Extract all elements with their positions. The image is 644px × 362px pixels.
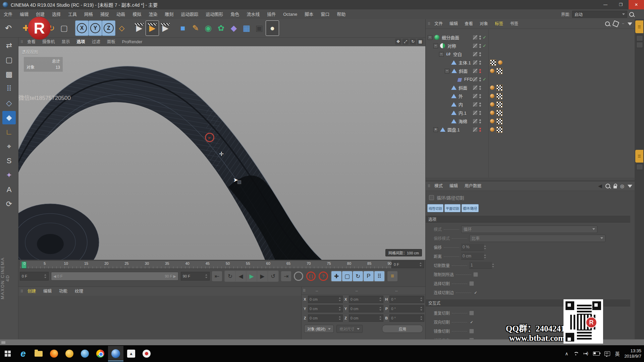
- search-icon[interactable]: [629, 12, 634, 17]
- collapse-icon[interactable]: −: [445, 69, 449, 73]
- points-mode-icon[interactable]: ⠿: [2, 82, 16, 96]
- menu-运动跟踪[interactable]: 运动跟踪: [177, 9, 202, 19]
- material-tag-icon[interactable]: [490, 111, 494, 115]
- texture-tag-icon[interactable]: [496, 85, 502, 91]
- history-back-icon[interactable]: ◀: [598, 183, 602, 189]
- object-row-对称[interactable]: −对称✓: [426, 42, 635, 50]
- object-row-细分曲面[interactable]: −细分曲面✓: [426, 33, 635, 42]
- spinner-icon[interactable]: [420, 307, 423, 311]
- enabled-check-icon[interactable]: ✓: [483, 77, 487, 82]
- minimize-panel-icon[interactable]: −: [622, 21, 624, 26]
- texture-tag-icon[interactable]: [496, 110, 502, 116]
- enabled-check-icon[interactable]: ✓: [483, 35, 487, 40]
- lock-x-axis-icon[interactable]: X: [75, 20, 89, 36]
- autokey-pla-button[interactable]: ⠿: [374, 271, 384, 281]
- texture-tag-icon[interactable]: [496, 118, 502, 124]
- layer-box-icon[interactable]: [473, 85, 478, 90]
- maximize-button[interactable]: ❐: [613, 0, 629, 9]
- object-row-内.1[interactable]: 内.1: [426, 109, 635, 117]
- object-toggles[interactable]: [473, 102, 487, 107]
- lock-y-axis-icon[interactable]: Y: [89, 20, 102, 36]
- object-toggles[interactable]: ✓: [473, 77, 487, 82]
- tool-tab-平面切割[interactable]: 平面切割: [444, 204, 461, 212]
- undo-icon[interactable]: ↶: [2, 21, 15, 36]
- view-label[interactable]: 透视视图: [22, 49, 38, 55]
- coord-system-icon[interactable]: ⬦: [115, 21, 128, 36]
- object-row-FFD[interactable]: ▦FFD✓: [426, 75, 635, 83]
- coord-field-Y-0[interactable]: 0 cm: [308, 305, 343, 312]
- layout-tab-icon[interactable]: ☰: [635, 20, 643, 33]
- layer-box-icon[interactable]: [473, 52, 478, 57]
- visibility-dots[interactable]: [479, 61, 481, 65]
- menu-脚本[interactable]: 脚本: [301, 9, 317, 19]
- om-menu-文件[interactable]: 文件: [431, 19, 446, 29]
- attr-checkbox-限制到所选[interactable]: [473, 272, 478, 277]
- viewport-menu-ProRender[interactable]: ProRender: [119, 38, 146, 46]
- om-menu-标签[interactable]: 标签: [491, 19, 506, 29]
- screen-capture-icon[interactable]: [139, 346, 154, 361]
- visibility-dots[interactable]: [479, 103, 481, 107]
- am-menu-模式[interactable]: 模式: [431, 181, 446, 191]
- mograph-array-icon[interactable]: ✿: [215, 21, 227, 36]
- attr-value-距离[interactable]: 0 cm: [461, 253, 484, 260]
- object-tags[interactable]: [490, 60, 502, 66]
- attr-checkbox-重复切割[interactable]: [469, 311, 474, 315]
- menu-角色[interactable]: 角色: [227, 9, 243, 19]
- search-icon[interactable]: [605, 21, 610, 26]
- layer-box-icon[interactable]: [473, 68, 478, 73]
- render-picture-viewer-icon[interactable]: ▶: [146, 20, 159, 36]
- record-button[interactable]: ( ): [306, 271, 316, 281]
- material-tag-icon[interactable]: [490, 127, 494, 132]
- visibility-dots[interactable]: [479, 94, 481, 98]
- menu-选择[interactable]: 选择: [48, 9, 64, 19]
- menu-帮助[interactable]: 帮助: [333, 9, 349, 19]
- target-icon[interactable]: ◎: [620, 183, 624, 189]
- view-rotate-icon[interactable]: ↻: [410, 39, 416, 45]
- collapse-icon[interactable]: −: [428, 35, 432, 40]
- thunder-icon[interactable]: [62, 346, 77, 361]
- attr-checkbox-双向切割[interactable]: ✓: [469, 320, 474, 324]
- menu-模拟[interactable]: 模拟: [129, 9, 145, 19]
- layer-box-icon[interactable]: [473, 60, 478, 65]
- object-row-外[interactable]: 外: [426, 92, 635, 100]
- material-tag-icon[interactable]: [490, 102, 494, 107]
- sogou-icon[interactable]: [77, 346, 93, 361]
- material-tag-icon[interactable]: [490, 85, 494, 90]
- subdivision-surface-icon[interactable]: ◉: [202, 21, 215, 36]
- coord-field-Y-1[interactable]: 0 cm: [349, 305, 384, 312]
- recorder-app-icon[interactable]: [108, 346, 123, 361]
- object-toggles[interactable]: [473, 94, 487, 99]
- pen-spline-icon[interactable]: ✎: [189, 21, 202, 36]
- notifications-icon[interactable]: [604, 351, 610, 356]
- texture-axis-icon[interactable]: ⟳: [2, 197, 16, 211]
- om-menu-查看[interactable]: 查看: [461, 19, 476, 29]
- layer-box-icon[interactable]: [473, 102, 478, 107]
- mat-menu-创建[interactable]: 创建: [24, 287, 40, 296]
- current-frame-field[interactable]: 0 F: [392, 260, 424, 268]
- coord-field-Z-1[interactable]: 0 cm: [349, 314, 384, 322]
- layer-box-icon[interactable]: [473, 119, 478, 124]
- spinner-icon[interactable]: [484, 245, 486, 249]
- filter-icon[interactable]: [628, 22, 632, 25]
- om-menu-书签[interactable]: 书签: [506, 19, 522, 29]
- object-toggles[interactable]: [473, 110, 487, 115]
- coord-field-X-1[interactable]: 0 cm: [349, 296, 384, 303]
- object-toggles[interactable]: [473, 52, 487, 57]
- panel-grip-icon[interactable]: ⠿: [20, 289, 23, 294]
- start-button[interactable]: [0, 346, 15, 361]
- deformer-icon[interactable]: ◆: [227, 21, 240, 36]
- object-row-斜面[interactable]: −斜面: [426, 67, 635, 75]
- tray-chevron-icon[interactable]: ∧: [565, 351, 568, 356]
- layer-box-icon[interactable]: [473, 77, 478, 82]
- spinner-icon[interactable]: [379, 307, 382, 311]
- spinner-icon[interactable]: [339, 316, 341, 320]
- menu-插件[interactable]: 插件: [263, 9, 279, 19]
- enabled-check-icon[interactable]: ✓: [483, 43, 487, 48]
- material-tag-icon[interactable]: [490, 119, 494, 123]
- start-frame-field[interactable]: 0 F: [20, 272, 49, 281]
- layer-box-icon[interactable]: [473, 35, 478, 40]
- panel-grip-icon[interactable]: ⠿: [302, 289, 306, 293]
- viewport-menu-选项[interactable]: 选项: [73, 38, 89, 46]
- camera-icon[interactable]: ▣: [253, 21, 266, 36]
- object-toggles[interactable]: ✓: [473, 43, 487, 48]
